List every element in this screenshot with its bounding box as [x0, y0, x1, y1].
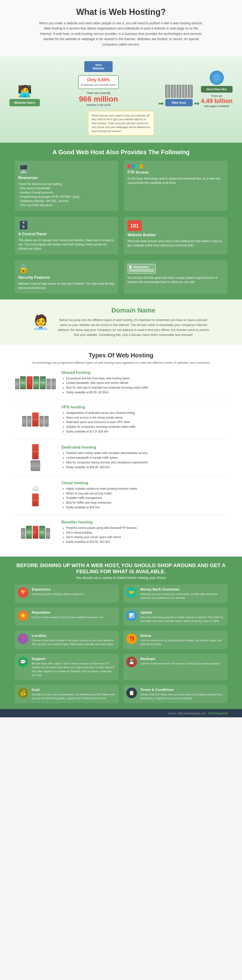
- dedicated-gray: [31, 460, 40, 471]
- vps-bullet-1: Amalgamation of dedicated server plus Sh…: [66, 411, 228, 415]
- ftp-block-3: [135, 164, 139, 169]
- ftp-block-1: [127, 164, 131, 169]
- srv-green-other1: Other: [20, 376, 26, 389]
- shared-hosting-content: Shared hosting Economical and the most b…: [61, 371, 228, 395]
- vps-servers: Your site: [22, 412, 49, 426]
- types-subtitle: As technology has progressed different t…: [14, 361, 228, 364]
- main-title: What is Web Hosting?: [14, 7, 228, 17]
- cost-text: Shouldn't be your only consideration, bu…: [32, 692, 116, 700]
- reputation-text: Look for online reviews to find out how …: [32, 615, 103, 619]
- support-icon: 💬: [18, 657, 28, 667]
- cloud-your-srv: Your site: [32, 493, 39, 506]
- location-content: Location Choose a host that's located in…: [32, 633, 116, 646]
- www-item: 🌐 World Wide Web There are 4.49 billion …: [201, 71, 232, 107]
- extras-content: Extras Look for extras such as SimpleScr…: [140, 633, 224, 646]
- shared-hosting-row: Other You Other Other Shared hosting Eco…: [14, 371, 228, 395]
- header-section: What is Web Hosting? When you make a web…: [0, 0, 242, 56]
- criteria-grid: 🏆 Experience How long has the company be…: [15, 584, 228, 703]
- percentage-box: Only 5,55% of websites are currently act…: [78, 75, 118, 89]
- www-globe: 🌐: [210, 71, 224, 85]
- shared-hosting-visual: Other You Other Other: [14, 376, 57, 389]
- criteria-support: 💬 Support All web hosts offer support, b…: [15, 654, 119, 680]
- dedicated-hosting-name: Dedicated hosting: [61, 445, 228, 450]
- srv-green-other3: Other: [40, 376, 46, 389]
- backups-text: Look for a web host which will help you …: [140, 662, 220, 666]
- whiteboard-icon: 📝 Brainstorm: [127, 264, 156, 274]
- types-section: Types Of Web Hosting As technology has p…: [0, 345, 242, 557]
- criteria-terms: 📋 Terms & Conditions Always read this! M…: [124, 685, 228, 703]
- builder-101-icon: 101: [127, 220, 142, 231]
- resources-title: Resources: [18, 176, 115, 180]
- experience-icon: 🏆: [18, 587, 28, 598]
- website-users-icon: 🧑‍💻: [10, 84, 40, 98]
- reseller-other2: Other: [39, 526, 45, 539]
- uptime-text: Does the web host guarantee a certain am…: [140, 615, 224, 623]
- experience-content: Experience How long has the company been…: [32, 587, 85, 596]
- criteria-reputation: ⭐ Reputation Look for online reviews to …: [15, 608, 119, 626]
- vps-hosting-row: Your site VPS hosting Amalgamation of de…: [14, 405, 228, 434]
- shared-hosting-bullets: Economical and the most basic web hostin…: [61, 377, 228, 395]
- extras-icon: 🎁: [126, 633, 137, 644]
- srv-gray-1: [15, 379, 19, 389]
- footer-logo: firstsiteguide: [209, 711, 228, 715]
- www-label: World Wide Web: [201, 86, 232, 92]
- experience-text: How long has the company been in busines…: [32, 592, 85, 596]
- rack-unit-1: [165, 85, 170, 98]
- domain-content: 🧑‍💼 Domain Name Before we jump into the …: [14, 307, 228, 337]
- security-icon: 🔒: [18, 264, 115, 274]
- before-title: BEFORE SIGNING UP WITH A WEB HOST, YOU S…: [14, 562, 228, 575]
- cloud-hosting-visual: ☁️ Your site: [14, 484, 57, 506]
- shared-bullet-3: Best for start-ups to maintain low-moder…: [66, 386, 228, 390]
- location-text: Choose a host that's located in the same…: [32, 638, 116, 646]
- vps-bullet-2: Gives root access to the virtual private…: [66, 416, 228, 420]
- security-title: Security Features: [18, 275, 115, 280]
- ftp-title: FTP Access: [127, 170, 224, 175]
- dedicated-your-srv: Your site: [32, 444, 39, 460]
- feature-resources: 🖥️ Resources Check the features you are …: [15, 161, 118, 211]
- feature-website-builder: 101 Website Builder Most web hosts inclu…: [124, 217, 228, 255]
- vps-hosting-name: VPS hosting: [61, 405, 228, 410]
- reseller-gray-1: [21, 528, 25, 539]
- rack-unit-2: [171, 85, 176, 98]
- criteria-cost: 💰 Cost Shouldn't be your only considerat…: [15, 685, 119, 703]
- reseller-bullet-4: Easily available at $19.50- $22.9/m: [66, 540, 228, 544]
- cost-title: Cost: [32, 687, 116, 692]
- resources-icon: 🖥️: [18, 164, 115, 174]
- vps-bullet-4: Suitable for companies receiving moderat…: [66, 425, 228, 429]
- reputation-title: Reputation: [32, 610, 103, 614]
- cloud-bullet-2: Works on pay-per-use pricing model: [66, 492, 228, 496]
- internet-users-sub: web pages worldwide: [201, 105, 232, 107]
- reseller-other1: Other: [26, 526, 32, 539]
- website-builder-text: Most web hosts include some kind of site…: [127, 239, 224, 248]
- money-back-text: Hopefully you won't want your money back…: [140, 592, 224, 600]
- rack-unit-3: [177, 85, 182, 98]
- ftp-block-4: [140, 164, 143, 169]
- ftp-block-2: [132, 164, 135, 169]
- sep-3: [14, 476, 228, 476]
- internet-users-count: 4.49 billion: [201, 97, 232, 105]
- reseller-servers: Other Your site Other: [21, 526, 50, 539]
- criteria-experience: 🏆 Experience How long has the company be…: [15, 584, 119, 603]
- backups-title: Backups: [140, 657, 220, 661]
- internet-users-area: There are 4.49 billion web pages worldwi…: [201, 94, 232, 107]
- resources-text: Check the features you are getting:- Dis…: [18, 182, 115, 207]
- dedicated-hosting-row: Your site Dedicated hosting Powerful web…: [14, 444, 228, 471]
- explanation-box: When internet users want to view your we…: [88, 111, 154, 136]
- support-content: Support All web hosts offer support, but…: [32, 657, 116, 677]
- location-title: Location: [32, 633, 116, 638]
- domain-text: Before we jump into the different types …: [57, 318, 210, 337]
- good-host-title: A Good Web Host Also Provides The Follow…: [14, 149, 228, 156]
- feature-ftp: FTP Access It's the basic technology use…: [124, 161, 228, 211]
- vps-gray-1: [22, 416, 26, 426]
- feature-security: 🔒 Security Features Websites must be kep…: [15, 260, 118, 294]
- feature-control-panel: 🗄️ A Control Panel This allows you to ma…: [15, 217, 118, 255]
- website-users-item: 🧑‍💻 Website Users: [10, 84, 40, 107]
- web-host-item: Web Host: [165, 85, 193, 107]
- shared-servers: Other You Other Other: [15, 376, 56, 389]
- dedicated-bullet-3: Best for companies having security and c…: [66, 461, 228, 465]
- reseller-hosting-bullets: Powerful control panels along with Domai…: [61, 526, 228, 544]
- dedicated-servers: Your site: [31, 444, 40, 471]
- tutorials-text: You will also find that good web hosts u…: [127, 276, 224, 284]
- before-section: BEFORE SIGNING UP WITH A WEB HOST, YOU S…: [0, 557, 242, 709]
- vps-gray-2: [27, 416, 32, 426]
